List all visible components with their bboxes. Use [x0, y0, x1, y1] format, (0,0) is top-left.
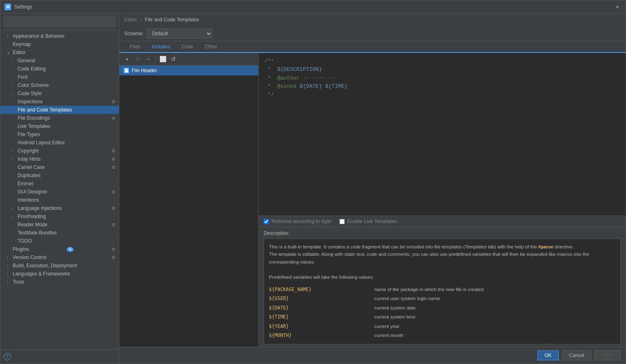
tab-files[interactable]: Files: [124, 41, 146, 53]
cancel-button[interactable]: Cancel: [562, 350, 591, 360]
sidebar-item-copyright[interactable]: › Copyright ⚙: [0, 147, 119, 155]
scheme-select[interactable]: Default Project: [147, 29, 212, 39]
breadcrumb-separator: ›: [140, 17, 142, 23]
sidebar-item-build-exec-deploy[interactable]: › Build, Execution, Deployment: [0, 262, 119, 270]
sidebar-item-textmate-bundles[interactable]: TextMate Bundles: [0, 229, 119, 237]
template-area: + ⚙ − ⬜ ↺ 📄 File Header: [119, 53, 626, 347]
sidebar-item-android-layout[interactable]: Android Layout Editor: [0, 139, 119, 147]
tab-other[interactable]: Other: [199, 41, 223, 53]
gear-icon: ⚙: [112, 255, 116, 260]
sidebar-item-camel-case[interactable]: Camel Case ⚙: [0, 163, 119, 171]
copy-template-button[interactable]: ⬜: [158, 55, 167, 64]
ok-button[interactable]: OK: [537, 350, 558, 360]
template-item-file-header[interactable]: 📄 File Header: [119, 66, 258, 75]
sidebar-item-tools[interactable]: › Tools: [0, 278, 119, 286]
sidebar-item-general[interactable]: › General: [0, 57, 119, 65]
table-row: ${YEAR} current year: [269, 322, 615, 331]
sidebar-item-inspections[interactable]: Inspections ⚙: [0, 98, 119, 106]
main-content: › Appearance & Behavior Keymap ∨ Editor …: [0, 14, 626, 364]
var-name: ${PACKAGE_NAME}: [269, 285, 374, 294]
sidebar-item-keymap[interactable]: Keymap: [0, 40, 119, 48]
sidebar-item-gui-designer[interactable]: GUI Designer ⚙: [0, 188, 119, 196]
description-box: This is a built-in template. It contains…: [264, 239, 621, 344]
sidebar-item-color-scheme[interactable]: › Color Scheme: [0, 81, 119, 89]
scheme-row: Scheme: Default Project: [119, 26, 626, 41]
settings-window: ⚙ Settings × › Appearance & Behavior Key…: [0, 0, 626, 364]
tab-code[interactable]: Code: [176, 41, 199, 53]
breadcrumb: Editor › File and Code Templates: [119, 14, 626, 26]
template-file-icon: 📄: [123, 68, 129, 73]
description-title: Description:: [264, 230, 621, 236]
sidebar-item-code-editing[interactable]: Code Editing: [0, 65, 119, 73]
desc-text-3: Predefined variables will take the follo…: [269, 275, 374, 280]
sidebar-item-file-types[interactable]: File Types: [0, 130, 119, 139]
sidebar-item-inlay-hints[interactable]: › Inlay Hints ⚙: [0, 155, 119, 163]
panel-body: + ⚙ − ⬜ ↺ 📄 File Header: [119, 53, 626, 347]
arrow-icon: ›: [7, 34, 13, 39]
arrow-icon: ›: [12, 206, 18, 211]
arrow-icon: ›: [7, 280, 13, 284]
sidebar-bottom: ?: [0, 349, 119, 364]
sidebar-item-editor[interactable]: ∨ Editor: [0, 48, 119, 57]
gear-icon: ⚙: [112, 116, 116, 121]
table-row: ${TIME} current system time: [269, 312, 615, 321]
arrow-icon: ›: [12, 83, 18, 88]
arrow-icon: ›: [12, 182, 18, 186]
sidebar-item-appearance[interactable]: › Appearance & Behavior: [0, 32, 119, 40]
var-desc: current year: [374, 322, 615, 331]
sidebar-item-duplicates[interactable]: Duplicates: [0, 171, 119, 180]
edit-template-button[interactable]: ⚙: [133, 55, 142, 64]
right-panel: Editor › File and Code Templates Scheme:…: [119, 14, 626, 364]
help-button[interactable]: ?: [4, 353, 11, 360]
tab-includes[interactable]: Includes: [146, 41, 176, 53]
reset-template-button[interactable]: ↺: [169, 55, 178, 64]
arrow-icon: ›: [12, 149, 18, 153]
breadcrumb-parent: Editor: [124, 17, 137, 23]
sidebar-item-version-control[interactable]: › Version Control ⚙: [0, 253, 119, 262]
sidebar-item-proofreading[interactable]: › Proofreading: [0, 212, 119, 221]
sidebar-item-intentions[interactable]: Intentions: [0, 196, 119, 204]
reformat-label: Reformat according to style: [264, 218, 331, 224]
var-name: ${MONTH}: [269, 331, 374, 340]
sidebar-item-live-templates[interactable]: Live Templates: [0, 122, 119, 130]
add-template-button[interactable]: +: [123, 55, 132, 64]
variables-table: ${PACKAGE_NAME} name of the package in w…: [269, 285, 615, 340]
sidebar-item-file-encodings[interactable]: File Encodings ⚙: [0, 114, 119, 122]
sidebar-item-reader-mode[interactable]: Reader Mode ⚙: [0, 221, 119, 229]
sidebar-item-language-injections[interactable]: › Language Injections ⚙: [0, 204, 119, 212]
var-desc: current system time: [374, 312, 615, 321]
reformat-checkbox[interactable]: [264, 219, 269, 224]
sidebar-item-code-style[interactable]: › Code Style: [0, 89, 119, 98]
var-name: ${DATE}: [269, 303, 374, 312]
close-button[interactable]: ×: [613, 3, 621, 11]
gear-icon: ⚙: [112, 148, 116, 154]
window-title: Settings: [14, 4, 613, 10]
live-templates-checkbox[interactable]: [339, 219, 345, 224]
sidebar-item-file-code-templates[interactable]: File and Code Templates: [0, 106, 119, 114]
sidebar-item-todo[interactable]: TODO: [0, 237, 119, 245]
tabs-row: Files Includes Code Other: [119, 41, 626, 53]
sidebar-item-font[interactable]: Font: [0, 73, 119, 81]
toolbar-separator: [155, 55, 156, 63]
arrow-icon: ∨: [7, 50, 13, 55]
gear-icon: ⚙: [112, 165, 116, 170]
arrow-icon: ›: [12, 214, 18, 219]
gear-icon: ⚙: [112, 99, 116, 105]
sidebar-item-emmet[interactable]: › Emmet: [0, 180, 119, 188]
bottom-section: Reformat according to style Enable Live …: [259, 216, 626, 347]
var-desc: name of the package in which the new fil…: [374, 285, 615, 294]
sidebar-item-plugins[interactable]: Plugins 4 ⚙: [0, 245, 119, 253]
search-input[interactable]: [4, 17, 116, 27]
title-bar: ⚙ Settings ×: [0, 0, 626, 14]
code-area[interactable]: /** * ${DESCRIPTION} * @author ·· ···· ·…: [259, 53, 626, 216]
sidebar-item-languages-frameworks[interactable]: › Languages & Frameworks: [0, 270, 119, 278]
scheme-label: Scheme:: [124, 31, 143, 36]
template-list: + ⚙ − ⬜ ↺ 📄 File Header: [119, 53, 259, 347]
gear-icon: ⚙: [112, 157, 116, 162]
sidebar-tree: › Appearance & Behavior Keymap ∨ Editor …: [0, 30, 119, 349]
gear-icon: ⚙: [112, 206, 116, 211]
apply-button[interactable]: Apply: [594, 350, 621, 360]
description-section: Description: This is a built-in template…: [259, 227, 626, 347]
remove-template-button[interactable]: −: [144, 55, 153, 64]
template-items: 📄 File Header: [119, 66, 258, 347]
